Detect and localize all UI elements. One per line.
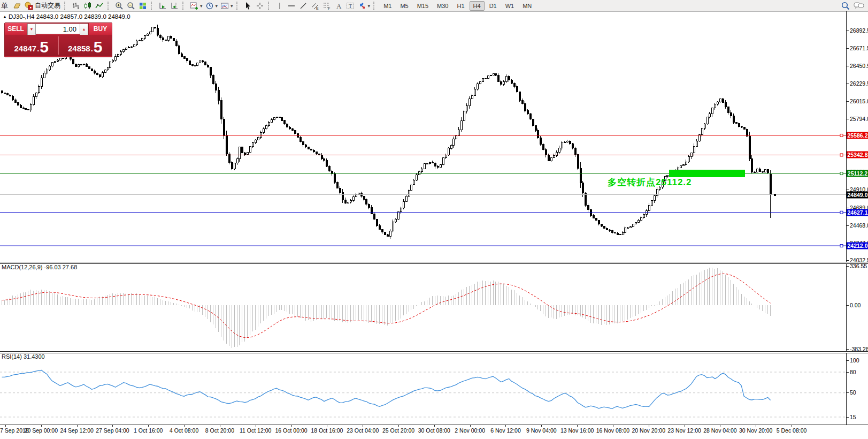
timeframe-button-m30[interactable]: M30: [433, 1, 452, 11]
price-tick: [846, 119, 849, 119]
rsi-tick: [846, 372, 849, 373]
timeframe-button-m5[interactable]: M5: [396, 1, 412, 11]
macd-signal-line: [2, 274, 771, 337]
line-anchor-handle[interactable]: [840, 211, 843, 214]
time-tick: [685, 425, 685, 427]
fibonacci-icon[interactable]: F: [321, 1, 333, 11]
symbol-ohlc-text: DJ30-,H4 24843.0 24857.0 24839.0 24849.0: [9, 13, 130, 20]
time-tick-label: 4 Oct 08:00: [170, 427, 198, 434]
autotrading-button[interactable]: 自动交易: [23, 1, 62, 11]
time-tick-label: 24 Sep 12:00: [60, 427, 93, 434]
sell-price-main: 24847: [14, 43, 36, 54]
toolbar-grip: [107, 2, 111, 10]
timeframe-button-w1[interactable]: W1: [502, 1, 518, 11]
line-anchor-handle[interactable]: [840, 245, 843, 247]
arrow-shapes-icon[interactable]: [356, 1, 368, 11]
chat-icon[interactable]: [852, 1, 866, 11]
toolbar-grip: [182, 2, 186, 10]
macd-tick: [846, 349, 849, 350]
time-tick-label: 30 Nov 20:00: [739, 427, 772, 434]
timeframe-button-mn[interactable]: MN: [519, 1, 535, 11]
rsi-tick: [846, 392, 849, 393]
volume-input[interactable]: [36, 24, 80, 34]
sell-price[interactable]: 24847.5: [5, 35, 58, 56]
pivot-annotation-text[interactable]: 多空转折点25112.2: [608, 176, 692, 188]
line-anchor-handle[interactable]: [840, 154, 843, 156]
bars-chart-icon[interactable]: [70, 1, 82, 11]
trendline-icon[interactable]: [297, 1, 309, 11]
time-tick-label: 5 Dec 08:00: [777, 427, 807, 434]
svg-text:E: E: [316, 6, 319, 10]
dropdown-arrow-icon[interactable]: ▾: [200, 3, 203, 9]
price-badge-25342.8: 25342.8: [847, 152, 868, 158]
time-tick: [577, 425, 578, 427]
timeframe-button-d1[interactable]: D1: [486, 1, 501, 11]
mt4-terminal: 单 自动交易 ▾▾▾EFAT▾ M1M5M15M30H1H4D1W1MN ▲DJ…: [0, 0, 868, 439]
timeframe-toolbar: M1M5M15M30H1H4D1W1MN: [379, 1, 536, 11]
time-tick: [184, 425, 185, 427]
time-tick-label: 25 Oct 20:00: [382, 427, 414, 434]
time-tick-label: 2 Nov 00:00: [455, 427, 485, 434]
buy-button[interactable]: BUY: [88, 23, 112, 35]
line-anchor-handle[interactable]: [840, 172, 843, 175]
timeframe-button-h1[interactable]: H1: [454, 1, 468, 11]
candles-chart-icon[interactable]: [82, 1, 94, 11]
dropdown-arrow-icon[interactable]: ▾: [368, 3, 371, 9]
zoom-in-icon[interactable]: [113, 1, 125, 11]
channel-icon[interactable]: E: [309, 1, 321, 11]
profile-icon[interactable]: [11, 1, 23, 11]
horizontal-line-icon[interactable]: [286, 1, 297, 11]
periods-icon[interactable]: [204, 1, 216, 11]
timeframe-button-m1[interactable]: M1: [380, 1, 395, 11]
chart-plot-area[interactable]: [0, 11, 846, 425]
price-tick-label: 26450.5: [850, 63, 868, 69]
sell-button[interactable]: SELL: [5, 23, 27, 35]
line-anchor-handle[interactable]: [840, 134, 843, 137]
svg-text:A: A: [336, 2, 342, 10]
templates-icon[interactable]: [219, 1, 231, 11]
auto-scroll-icon[interactable]: [157, 1, 168, 11]
buy-price[interactable]: 24858.5: [59, 35, 112, 56]
price-tick-label: 24468.0: [850, 222, 868, 229]
toolbar-grip: [236, 2, 240, 10]
text-icon[interactable]: A: [333, 1, 344, 11]
text-label-icon[interactable]: T: [344, 1, 356, 11]
search-icon[interactable]: [839, 1, 852, 11]
svg-text:F: F: [328, 6, 330, 10]
volume-increase-button[interactable]: ▲: [80, 24, 88, 35]
toolbar-grip: [64, 2, 68, 10]
time-tick-label: 9 Nov 04:00: [526, 427, 557, 434]
time-tick: [148, 425, 149, 427]
macd-tick-label: 336.55: [850, 263, 867, 269]
rsi-tick-label: 100: [850, 357, 859, 364]
volume-decrease-button[interactable]: ▼: [27, 24, 36, 35]
timeframe-button-h4[interactable]: H4: [470, 1, 485, 11]
zoom-out-icon[interactable]: [125, 1, 137, 11]
line-chart-icon[interactable]: [94, 1, 105, 11]
vertical-line-icon[interactable]: [274, 1, 286, 11]
price-badge-24627.1: 24627.1: [847, 209, 868, 216]
pane-separator-rsi[interactable]: [0, 351, 868, 353]
dropdown-arrow-icon[interactable]: ▾: [216, 3, 218, 9]
tile-windows-icon[interactable]: [137, 1, 149, 11]
crosshair-icon[interactable]: [254, 1, 266, 11]
pane-separator-macd[interactable]: [0, 262, 868, 264]
time-tick: [77, 425, 78, 427]
time-tick-label: 13 Nov 16:00: [560, 427, 594, 434]
time-tick: [470, 425, 471, 427]
svg-text:T: T: [349, 3, 352, 9]
rsi-tick: [846, 360, 849, 361]
timeframe-button-m15[interactable]: M15: [413, 1, 432, 11]
cursor-icon[interactable]: [242, 1, 254, 11]
time-tick-label: 16 Oct 00:00: [275, 427, 307, 434]
chart-shift-icon[interactable]: [168, 1, 180, 11]
dropdown-arrow-icon[interactable]: ▾: [231, 3, 233, 9]
time-tick-label: 18 Oct 16:00: [311, 427, 343, 434]
time-tick: [505, 425, 506, 427]
current-price-marker: [774, 194, 776, 196]
new-order-label-fragment[interactable]: 单: [1, 1, 8, 11]
indicators-icon[interactable]: [188, 1, 200, 11]
time-tick: [327, 425, 327, 427]
time-tick: [398, 425, 399, 427]
sell-price-big: 5: [40, 40, 49, 54]
